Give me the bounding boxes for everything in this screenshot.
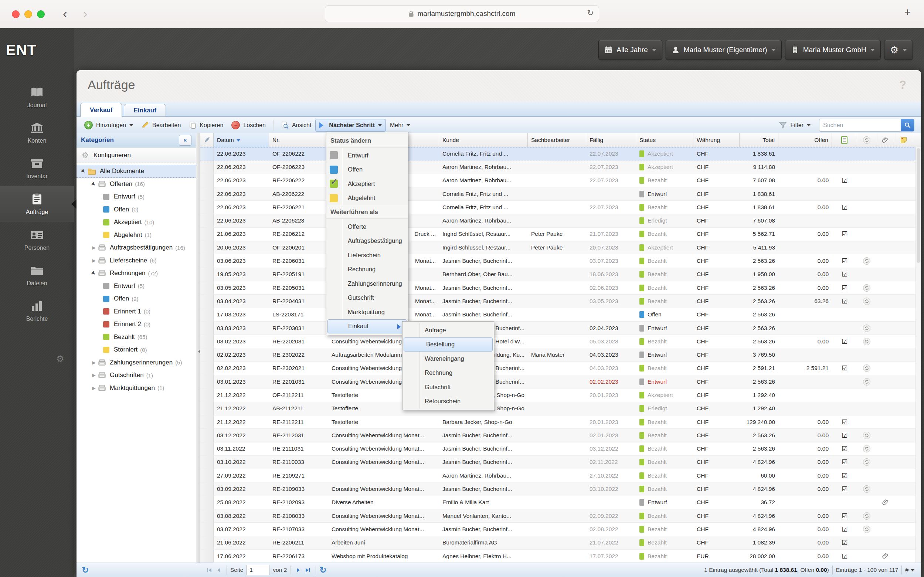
column-header-datum[interactable]: Datum	[214, 133, 269, 147]
category-item[interactable]: Entwurf(5)	[77, 280, 196, 293]
column-header-nr[interactable]: Nr.	[269, 133, 328, 147]
close-window-button[interactable]	[12, 10, 19, 18]
more-button[interactable]: Mehr	[386, 119, 414, 132]
expand-node-icon[interactable]: ▶	[90, 245, 98, 250]
vertical-scrollbar[interactable]	[916, 147, 921, 563]
category-item[interactable]: ▶Auftragsbestätigungen(16)	[77, 242, 196, 254]
table-row[interactable]: 25.08.2022RE-2102093Diverse ArbeitenEmil…	[200, 496, 916, 509]
minimize-window-button[interactable]	[24, 10, 32, 18]
menu-item-einkauf[interactable]: Einkauf	[327, 319, 407, 334]
table-row[interactable]: 22.06.2023AB-2206223Aaron Martinez, Rohr…	[200, 214, 916, 227]
category-item[interactable]: Akzeptiert(10)	[77, 216, 196, 229]
table-row[interactable]: 21.12.2022OF-2112211Testofferte, Shop-n-…	[200, 388, 916, 402]
table-row[interactable]: 22.06.2023RE-2206221Cornelia Fritz, Frit…	[200, 201, 916, 214]
table-row[interactable]: 22.06.2023OF-2206223Aaron Martinez, Rohr…	[200, 160, 916, 174]
menu-item-rechnung[interactable]: Rechnung	[326, 263, 408, 277]
sidebar-item-berichte[interactable]: Berichte	[0, 293, 74, 329]
table-row[interactable]: 21.12.2022AB-2112211Testofferte, Shop-n-…	[200, 402, 916, 416]
table-row[interactable]: 03.02.2023RE-2202031Consulting Webentwic…	[200, 335, 916, 348]
table-row[interactable]: 27.09.2022RE-2109271Aaron Martinez, Rohr…	[200, 469, 916, 482]
table-row[interactable]: 02.02.2023RE-2302021Consulting Webentwic…	[200, 362, 916, 375]
category-item[interactable]: Offen(2)	[77, 292, 196, 305]
column-header-col-attachment[interactable]	[876, 133, 894, 147]
back-button[interactable]: ‹	[63, 5, 67, 21]
column-header-waehrung[interactable]: Währung	[693, 133, 740, 147]
view-button[interactable]: Ansicht	[277, 118, 315, 132]
category-item[interactable]: ▶Offerten(16)	[77, 178, 196, 191]
add-button[interactable]: + Hinzufügen	[80, 118, 137, 132]
menu-item-marktquittung[interactable]: Marktquittung	[326, 305, 408, 319]
company-menu-button[interactable]: Maria Muster GmbH	[785, 40, 881, 60]
submenu-item-retourschein[interactable]: Retourschein	[402, 395, 494, 409]
category-item[interactable]: Storniert(0)	[77, 343, 196, 356]
sidebar-item-auftrage[interactable]: Aufträge	[0, 186, 74, 222]
submenu-item-bestellung[interactable]: Bestellung	[404, 337, 493, 352]
table-row[interactable]: 03.03.2023RE-2203031, Bucherinf...02.04.…	[200, 322, 916, 335]
menu-item-akzeptiert[interactable]: ✓Akzeptiert	[326, 177, 408, 191]
scrollbar-thumb[interactable]	[917, 148, 920, 263]
table-row[interactable]: 03.05.2023RE-2205031Monat...Jasmin Buche…	[200, 281, 916, 295]
collapse-node-icon[interactable]: ▶	[79, 167, 88, 176]
search-button[interactable]	[901, 119, 914, 131]
table-row[interactable]: 21.06.2023RE-2206212Druck ...Ingird Schl…	[200, 228, 916, 241]
table-row[interactable]: 22.06.2023OF-2206222Cornelia Fritz, Frit…	[200, 147, 916, 160]
search-input[interactable]	[819, 119, 901, 131]
page-input[interactable]	[246, 565, 269, 575]
column-header-faellig[interactable]: Fällig	[586, 133, 636, 147]
table-row[interactable]: 03.08.2022RE-2108033Consulting Webentwic…	[200, 509, 916, 523]
category-item[interactable]: Offen(0)	[77, 203, 196, 216]
zoom-window-button[interactable]	[37, 10, 45, 18]
expand-node-icon[interactable]: ▶	[90, 385, 98, 391]
category-item[interactable]: Bezahlt(65)	[77, 331, 196, 344]
table-row[interactable]: 03.09.2022RE-2109033Consulting Webentwic…	[200, 482, 916, 496]
category-item[interactable]: Erinnert 1(0)	[77, 305, 196, 318]
delete-button[interactable]: − Löschen	[227, 118, 270, 132]
table-row[interactable]: 03.10.2022RE-2110033Consulting Webentwic…	[200, 456, 916, 469]
menu-item-offen[interactable]: Offen	[326, 163, 408, 177]
menu-item-abgelehnt[interactable]: Abgelehnt	[326, 191, 408, 206]
category-item[interactable]: ▶Marktquittungen(1)	[77, 382, 196, 395]
expand-node-icon[interactable]: ▶	[90, 258, 98, 263]
table-row[interactable]: 03.06.2023RE-2206031Monat...Jasmin Buche…	[200, 254, 916, 268]
copy-button[interactable]: Kopieren	[185, 118, 227, 132]
edit-button[interactable]: Bearbeiten	[137, 118, 185, 132]
new-tab-button[interactable]: +	[904, 6, 911, 18]
sidebar-gear-icon[interactable]: ⚙	[56, 354, 64, 364]
category-item[interactable]: Erinnert 2(0)	[77, 318, 196, 331]
submenu-item-anfrage[interactable]: Anfrage	[402, 323, 494, 337]
menu-item-entwurf[interactable]: Entwurf	[326, 148, 408, 163]
column-header-kunde[interactable]: Kunde	[439, 133, 528, 147]
collapse-panel-button[interactable]: «	[179, 135, 192, 146]
tab-verkauf[interactable]: Verkauf	[80, 103, 122, 117]
first-page-button[interactable]	[206, 567, 212, 573]
category-item[interactable]: ▶Alle Dokumente	[77, 165, 196, 178]
sidebar-item-journal[interactable]: Journal	[0, 79, 74, 115]
category-item[interactable]: Abgelehnt(1)	[77, 229, 196, 242]
menu-item-auftragsbesttigung[interactable]: Auftragsbestätigung	[326, 234, 408, 248]
category-item[interactable]: ▶Gutschriften(1)	[77, 369, 196, 382]
category-item[interactable]: ▶Lieferscheine(6)	[77, 254, 196, 267]
table-row[interactable]: 03.12.2022RE-2112031Consulting Webentwic…	[200, 429, 916, 442]
submenu-item-wareneingang[interactable]: Wareneingang	[402, 351, 494, 366]
forward-button[interactable]: ›	[83, 5, 87, 21]
table-row[interactable]: 17.06.2022RE-2206173Webshop mit Produkte…	[200, 550, 916, 563]
column-header-col-recurring[interactable]	[857, 133, 876, 147]
table-row[interactable]: 21.06.2022RE-2206211Arbeiten JuniBüromat…	[200, 536, 916, 550]
user-menu-button[interactable]: Maria Muster (Eigentümer)	[666, 40, 782, 60]
sidebar-item-inventar[interactable]: Inventar	[0, 150, 74, 186]
expand-node-icon[interactable]: ▶	[90, 360, 98, 365]
collapse-node-icon[interactable]: ▶	[89, 269, 98, 278]
sidebar-item-dateien[interactable]: Dateien	[0, 258, 74, 293]
column-header-handle[interactable]	[200, 133, 214, 147]
next-step-button[interactable]: Nächster Schritt	[315, 119, 386, 132]
sidebar-item-konten[interactable]: Konten	[0, 115, 74, 150]
column-header-total[interactable]: Total	[740, 133, 778, 147]
table-row[interactable]: 21.12.2022RE-2112211TestofferteBarbara J…	[200, 416, 916, 429]
column-header-status[interactable]: Status	[636, 133, 693, 147]
menu-item-offerte[interactable]: Offerte	[326, 219, 408, 234]
column-header-col-notes[interactable]	[832, 133, 857, 147]
sidebar-item-personen[interactable]: Personen	[0, 222, 74, 258]
table-row[interactable]: 03.01.2023RE-2201031Consulting Webentwic…	[200, 375, 916, 388]
last-page-button[interactable]	[304, 567, 311, 573]
refresh-icon[interactable]: ↻	[82, 565, 89, 575]
